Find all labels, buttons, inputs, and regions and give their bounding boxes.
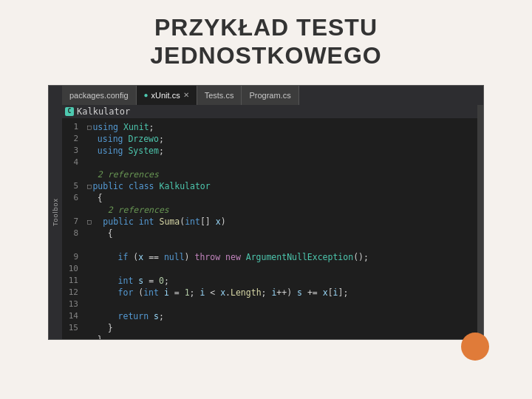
class-icon: C [65,107,74,116]
tab-program[interactable]: Program.cs [242,86,299,105]
code-line-2: using Drzewo; [87,133,479,145]
code-line-3: using System; [87,145,479,157]
title-line2: JEDNOSTKOWEGO [150,42,381,69]
slide-container: PRZYKŁAD TESTU JEDNOSTKOWEGO Toolbox pac… [0,0,532,399]
tab-xunit-dot: ● [144,91,149,99]
tab-xunit-label: xUnit.cs [151,91,180,100]
line-numbers: 1 2 3 4 5 6 7 8 9 10 11 12 13 14 15 [62,118,83,339]
tab-program-label: Program.cs [249,91,290,100]
code-line-6: { [87,192,479,204]
tab-packages-config-label: packages.config [69,91,129,100]
code-line-13: for (int i = 1; i < x.Length; i++) s += … [87,287,479,299]
code-line-17: } [87,334,479,339]
code-line-9 [87,239,479,251]
scrollbar[interactable] [477,118,483,339]
code-area[interactable]: 1 2 3 4 5 6 7 8 9 10 11 12 13 14 15 [62,118,483,339]
code-line-1: □using Xunit; [87,121,479,133]
tab-tests-label: Tests.cs [205,91,234,100]
code-line-11 [87,263,479,275]
toolbox-strip: Toolbox [49,86,62,339]
code-line-ref2: 2 references [87,204,479,216]
collapse-icon-2[interactable]: □ [87,180,91,192]
code-line-16: } [87,322,479,334]
code-line-12: int s = 0; [87,275,479,287]
code-line-15: return s; [87,310,479,322]
toolbox-label: Toolbox [52,198,59,226]
collapse-icon-1[interactable]: □ [87,121,91,133]
slide-title: PRZYKŁAD TESTU JEDNOSTKOWEGO [150,13,381,70]
tab-bar: packages.config ● xUnit.cs ✕ Tests.cs Pr… [62,86,483,105]
code-line-5: □public class Kalkulator [87,180,479,192]
code-line-14 [87,299,479,310]
tab-tests[interactable]: Tests.cs [197,86,242,105]
code-line-10: if (x == null) throw new ArgumentNullExc… [87,251,479,263]
tree-label: C Kalkulator [62,105,483,118]
code-line-ref1: 2 references [87,168,479,180]
tab-packages-config[interactable]: packages.config [62,86,137,105]
tree-label-text: Kalkulator [77,106,130,117]
code-line-4 [87,157,479,168]
code-editor[interactable]: □using Xunit; using Drzewo; using System… [83,118,483,339]
tab-xunit-close-icon[interactable]: ✕ [183,91,189,99]
collapse-icon-3[interactable]: □ [87,216,91,228]
ide-window: Toolbox packages.config ● xUnit.cs ✕ Tes… [48,85,484,340]
title-line1: PRZYKŁAD TESTU [154,14,378,41]
orange-circle-decoration [461,332,489,361]
tab-xunit[interactable]: ● xUnit.cs ✕ [137,86,197,105]
code-line-7: □ public int Suma(int[] x) [87,216,479,228]
code-line-8: { [87,228,479,239]
